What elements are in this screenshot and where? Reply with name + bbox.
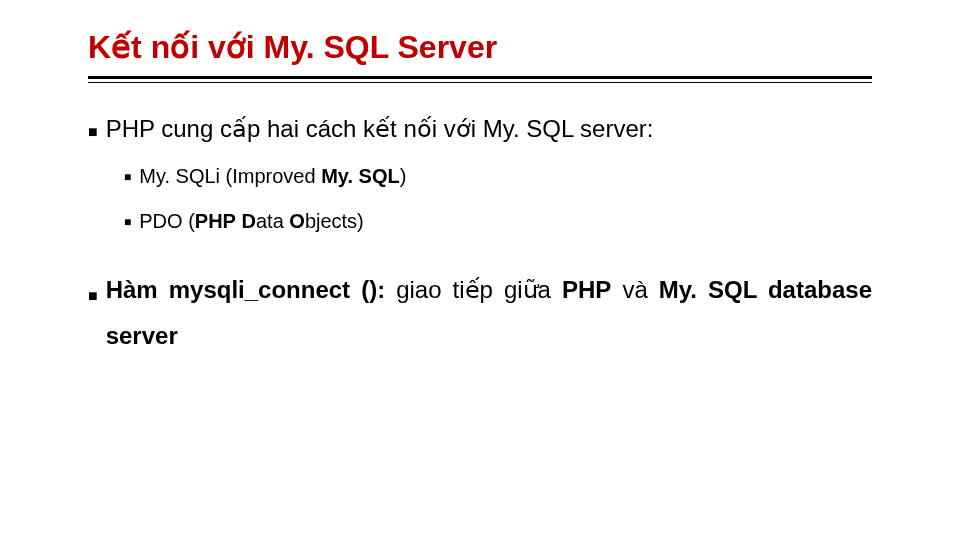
title-rule-top xyxy=(88,76,872,79)
bullet-text: PHP cung cấp hai cách kết nối với My. SQ… xyxy=(106,113,654,145)
square-bullet-icon: ■ xyxy=(88,121,98,143)
title-rule-bottom xyxy=(88,82,872,83)
text-span-bold: My. SQL xyxy=(321,165,400,187)
slide-title: Kết nối với My. SQL Server xyxy=(88,28,872,72)
text-span: My. SQLi (Improved xyxy=(139,165,321,187)
text-span-bold: D xyxy=(242,210,256,232)
bullet-level2: ■ My. SQLi (Improved My. SQL) xyxy=(124,163,872,190)
bullet-level2: ■ PDO (PHP Data Objects) xyxy=(124,208,872,235)
square-bullet-icon: ■ xyxy=(124,169,131,185)
text-span: ata xyxy=(256,210,289,232)
text-span-bold: O xyxy=(289,210,305,232)
bullet-text: My. SQLi (Improved My. SQL) xyxy=(139,163,406,190)
text-span-bold: PHP xyxy=(562,276,611,303)
text-span: bjects) xyxy=(305,210,364,232)
text-span: ) xyxy=(400,165,407,187)
text-span: và xyxy=(611,276,658,303)
text-span-bold: PHP xyxy=(195,210,236,232)
bullet-level1: ■ PHP cung cấp hai cách kết nối với My. … xyxy=(88,113,872,145)
bullet-level1: ■ Hàm mysqli_connect (): giao tiếp giữa … xyxy=(88,267,872,358)
text-span: PDO ( xyxy=(139,210,195,232)
text-span: giao tiếp giữa xyxy=(385,276,562,303)
square-bullet-icon: ■ xyxy=(88,281,98,311)
bullet-text: Hàm mysqli_connect (): giao tiếp giữa PH… xyxy=(106,267,872,358)
bullet-text: PDO (PHP Data Objects) xyxy=(139,208,364,235)
square-bullet-icon: ■ xyxy=(124,214,131,230)
text-span-bold: Hàm mysqli_connect (): xyxy=(106,276,385,303)
